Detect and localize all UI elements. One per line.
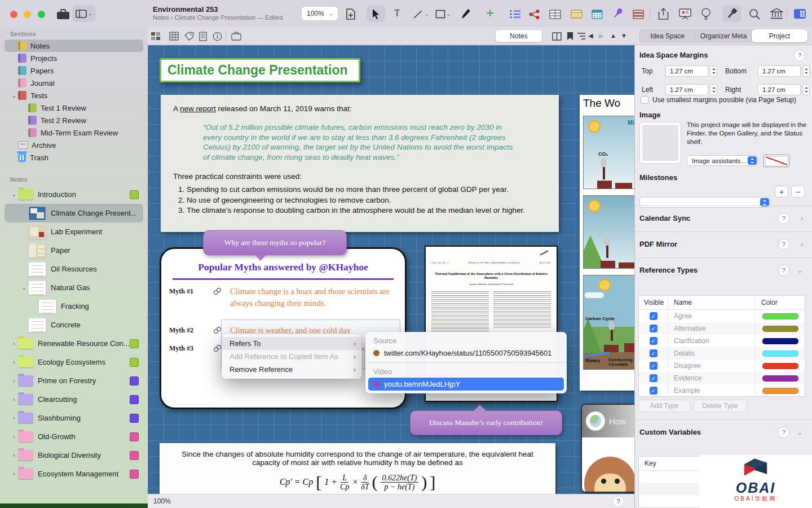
sidebar-note-item[interactable]: › Ecology Ecosystems xyxy=(5,353,143,371)
video-reference-item[interactable]: youtu.be/nnMJedLHjpY xyxy=(368,378,564,391)
toolbox-icon[interactable] xyxy=(53,6,73,23)
reference-type-color[interactable] xyxy=(762,326,798,332)
nav-down-icon[interactable]: ▼ xyxy=(619,32,629,39)
reference-types-collapse-chevron-icon[interactable]: ⌄ xyxy=(797,266,803,274)
reference-type-color[interactable] xyxy=(762,388,798,394)
list-style-button[interactable] xyxy=(506,6,524,23)
sidebar-section-item[interactable]: Trash xyxy=(5,151,143,164)
presentation-icon[interactable] xyxy=(676,5,695,22)
sidebar-note-item[interactable]: › Renewable Resource Con... xyxy=(5,334,143,353)
inspector-tab[interactable]: Project xyxy=(752,29,807,42)
sidebar-note-item[interactable]: › Clearcutting xyxy=(5,390,143,409)
source-reference-item[interactable]: twitter.com/KHayhoe/status/1105500750593… xyxy=(368,347,564,360)
add-item-button[interactable]: + xyxy=(483,5,497,21)
pdf-expand-chevron-icon[interactable]: › xyxy=(801,240,803,248)
disclosure-chevron-icon[interactable]: › xyxy=(10,471,18,477)
visible-checkbox[interactable]: ✓ xyxy=(650,312,657,320)
disclosure-chevron-icon[interactable]: › xyxy=(10,433,18,440)
visible-checkbox[interactable]: ✓ xyxy=(650,362,657,370)
pdf-help-button[interactable]: ? xyxy=(778,239,789,250)
reference-type-row[interactable]: ✓ Alternative xyxy=(639,322,805,335)
disclosure-chevron-icon[interactable]: › xyxy=(10,415,18,421)
visible-checkbox[interactable]: ✓ xyxy=(650,337,657,345)
inspector-tab[interactable]: Organizer Meta xyxy=(695,29,751,42)
reference-type-row[interactable]: ✓ Evidence xyxy=(639,372,805,384)
context-menu-item[interactable]: Remove Reference › xyxy=(222,363,362,376)
sidebar-section-item[interactable]: Test 1 Review xyxy=(5,102,143,114)
idea-space-canvas[interactable]: Climate Change Presentation A new report… xyxy=(148,45,634,494)
link-icon[interactable] xyxy=(213,286,230,299)
carbon-poster-figure[interactable]: The Wo Mic CO₂ xyxy=(580,95,634,391)
calendar-expand-chevron-icon[interactable]: › xyxy=(801,214,803,222)
new-idea-space-icon[interactable] xyxy=(342,6,359,23)
sidebar-note-item[interactable]: Climate Change Present... xyxy=(5,204,143,222)
context-menu-item[interactable]: Add Reference to Copied Item As › xyxy=(222,350,362,363)
sidebar-section-item[interactable]: Archive xyxy=(5,139,143,151)
milestones-dropdown[interactable] xyxy=(639,197,770,208)
visible-checkbox[interactable]: ✓ xyxy=(650,374,657,382)
sidebar-section-item[interactable]: ⌄ Tests xyxy=(5,89,143,102)
reference-type-color[interactable] xyxy=(762,351,798,357)
sidebar-note-item[interactable]: › Slashburning xyxy=(5,409,143,427)
add-type-button[interactable]: Add Type xyxy=(638,400,690,412)
disclosure-chevron-icon[interactable]: › xyxy=(10,340,18,347)
visible-checkbox[interactable]: ✓ xyxy=(650,349,657,357)
disclosure-chevron-icon[interactable]: ⌄ xyxy=(10,93,18,99)
sidebar-note-item[interactable]: Lab Experiment xyxy=(5,222,143,241)
nav-up-icon[interactable]: ▲ xyxy=(608,32,619,39)
pin-icon[interactable] xyxy=(609,5,627,21)
sidebar-section-item[interactable]: Notes xyxy=(5,40,143,52)
margin-input[interactable]: 1.27 cm xyxy=(758,65,801,77)
sidebar-section-item[interactable]: Projects xyxy=(5,52,143,64)
reference-type-row[interactable]: ✓ Agree xyxy=(639,310,805,322)
zoom-button[interactable] xyxy=(38,11,45,18)
tag-icon[interactable] xyxy=(182,29,196,43)
smallest-margins-checkbox[interactable] xyxy=(641,96,648,104)
reference-type-color[interactable] xyxy=(762,363,798,369)
sidebar-toggle-button[interactable]: ⌄ xyxy=(72,5,96,22)
nav-forward-icon[interactable]: ▶ xyxy=(596,32,607,40)
grid-view-icon[interactable] xyxy=(166,29,181,43)
index-card-icon[interactable] xyxy=(567,6,586,23)
split-view-icon[interactable] xyxy=(549,29,564,43)
sidebar-section-item[interactable]: Test 2 Review xyxy=(5,114,143,126)
intro-text-card[interactable]: A new report released on March 11, 2019 … xyxy=(161,95,559,232)
margin-input[interactable]: 1.27 cm xyxy=(758,84,801,95)
disclosure-chevron-icon[interactable]: › xyxy=(10,378,18,384)
video-figure[interactable]: How xyxy=(581,404,634,493)
project-image-well[interactable] xyxy=(639,122,681,164)
reference-type-color[interactable] xyxy=(762,313,798,319)
sidebar-note-item[interactable]: Paper xyxy=(5,241,143,260)
close-button[interactable] xyxy=(10,11,17,18)
sidebar-note-item[interactable]: Concrete xyxy=(5,316,143,334)
text-tool-button[interactable]: T xyxy=(391,5,403,22)
speech-bubble-top[interactable]: Why are these myths so popular? xyxy=(203,230,347,255)
search-icon[interactable] xyxy=(745,6,764,23)
sidebar-note-item[interactable]: ⌄ Introduction xyxy=(5,185,143,204)
reference-type-row[interactable]: ✓ Disagree xyxy=(639,360,805,372)
disclosure-chevron-icon[interactable]: ⌄ xyxy=(20,284,28,291)
sidebar-note-item[interactable]: Fracking xyxy=(5,297,143,316)
info-icon[interactable] xyxy=(210,29,224,43)
inspector-toggle-icon[interactable] xyxy=(790,5,810,22)
visible-checkbox[interactable]: ✓ xyxy=(650,387,657,395)
share-export-icon[interactable] xyxy=(655,5,672,22)
flashlight-icon[interactable] xyxy=(722,5,742,22)
help-button[interactable]: ? xyxy=(612,496,624,507)
library-icon[interactable] xyxy=(767,5,787,22)
margin-input[interactable]: 1.27 cm xyxy=(665,65,708,77)
speech-bubble-bottom[interactable]: Discuss Manabe’s early contribution! xyxy=(410,410,562,435)
reference-type-color[interactable] xyxy=(762,375,798,382)
stepper-control[interactable] xyxy=(802,84,810,95)
report-link[interactable]: new report xyxy=(180,104,216,113)
share-connections-icon[interactable] xyxy=(526,6,543,23)
table-icon[interactable] xyxy=(546,6,564,23)
reference-type-row[interactable]: ✓ Example xyxy=(639,384,805,397)
gallery-view-icon[interactable] xyxy=(148,29,163,43)
briefcase-icon[interactable] xyxy=(229,29,244,43)
delete-type-button[interactable]: Delete Type xyxy=(694,400,747,412)
minimize-button[interactable] xyxy=(24,11,31,18)
organizer-notes-button[interactable]: Notes xyxy=(495,29,542,42)
formula-card[interactable]: Since the changes of absolute humidity c… xyxy=(160,443,555,494)
reference-type-color[interactable] xyxy=(762,338,798,344)
